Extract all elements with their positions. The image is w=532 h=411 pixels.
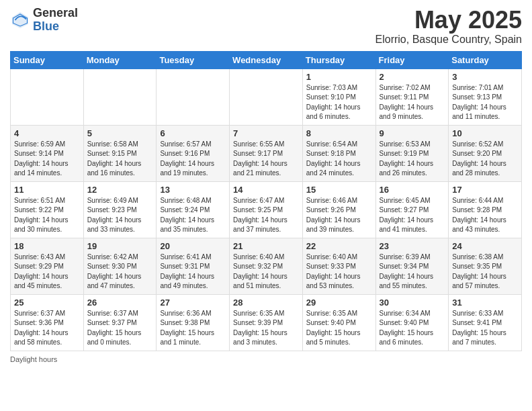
day-info: Sunrise: 6:44 AM Sunset: 9:28 PM Dayligh…	[452, 196, 518, 235]
calendar-cell-1-4: 8Sunrise: 6:54 AM Sunset: 9:18 PM Daylig…	[302, 125, 375, 181]
day-info: Sunrise: 6:43 AM Sunset: 9:29 PM Dayligh…	[14, 253, 80, 291]
calendar-cell-0-2	[157, 68, 230, 125]
day-number: 10	[452, 128, 518, 138]
day-info: Sunrise: 6:54 AM Sunset: 9:18 PM Dayligh…	[306, 140, 372, 179]
day-number: 8	[306, 128, 372, 138]
logo-blue-text: Blue	[33, 20, 78, 34]
day-number: 5	[87, 128, 153, 138]
day-info: Sunrise: 6:40 AM Sunset: 9:33 PM Dayligh…	[306, 253, 372, 291]
calendar-cell-1-1: 5Sunrise: 6:58 AM Sunset: 9:15 PM Daylig…	[83, 125, 157, 181]
day-number: 3	[452, 72, 518, 82]
week-row-2: 4Sunrise: 6:59 AM Sunset: 9:14 PM Daylig…	[11, 125, 522, 181]
day-number: 21	[233, 241, 299, 251]
day-info: Sunrise: 6:41 AM Sunset: 9:31 PM Dayligh…	[160, 253, 226, 291]
day-info: Sunrise: 6:33 AM Sunset: 9:41 PM Dayligh…	[452, 309, 518, 348]
day-number: 11	[14, 185, 80, 195]
calendar-cell-4-4: 29Sunrise: 6:35 AM Sunset: 9:40 PM Dayli…	[302, 294, 375, 351]
day-number: 6	[160, 128, 226, 138]
weekday-header-tuesday: Tuesday	[157, 51, 230, 68]
weekday-header-friday: Friday	[375, 51, 449, 68]
month-title: May 2025	[375, 7, 522, 34]
calendar-cell-4-0: 25Sunrise: 6:37 AM Sunset: 9:36 PM Dayli…	[11, 294, 84, 351]
calendar-cell-0-1	[83, 68, 157, 125]
calendar-cell-2-0: 11Sunrise: 6:51 AM Sunset: 9:22 PM Dayli…	[11, 181, 84, 238]
day-info: Sunrise: 6:37 AM Sunset: 9:36 PM Dayligh…	[14, 309, 80, 348]
day-number: 2	[380, 72, 445, 82]
calendar-cell-1-0: 4Sunrise: 6:59 AM Sunset: 9:14 PM Daylig…	[11, 125, 84, 181]
calendar-cell-2-3: 14Sunrise: 6:47 AM Sunset: 9:25 PM Dayli…	[230, 181, 303, 238]
calendar-cell-4-5: 30Sunrise: 6:34 AM Sunset: 9:40 PM Dayli…	[375, 294, 449, 351]
calendar-cell-3-2: 20Sunrise: 6:41 AM Sunset: 9:31 PM Dayli…	[157, 238, 230, 294]
day-info: Sunrise: 6:59 AM Sunset: 9:14 PM Dayligh…	[14, 140, 80, 179]
day-number: 9	[380, 128, 445, 138]
week-row-5: 25Sunrise: 6:37 AM Sunset: 9:36 PM Dayli…	[11, 294, 522, 351]
weekday-header-row: SundayMondayTuesdayWednesdayThursdayFrid…	[11, 51, 522, 68]
calendar-cell-3-0: 18Sunrise: 6:43 AM Sunset: 9:29 PM Dayli…	[11, 238, 84, 294]
calendar-cell-4-3: 28Sunrise: 6:35 AM Sunset: 9:39 PM Dayli…	[230, 294, 303, 351]
calendar-cell-4-6: 31Sunrise: 6:33 AM Sunset: 9:41 PM Dayli…	[449, 294, 522, 351]
weekday-header-wednesday: Wednesday	[230, 51, 303, 68]
day-number: 20	[160, 241, 226, 251]
calendar-cell-2-1: 12Sunrise: 6:49 AM Sunset: 9:23 PM Dayli…	[83, 181, 157, 238]
calendar-cell-2-2: 13Sunrise: 6:48 AM Sunset: 9:24 PM Dayli…	[157, 181, 230, 238]
calendar-cell-4-1: 26Sunrise: 6:37 AM Sunset: 9:37 PM Dayli…	[83, 294, 157, 351]
day-info: Sunrise: 6:48 AM Sunset: 9:24 PM Dayligh…	[160, 196, 226, 235]
day-number: 18	[14, 241, 80, 251]
day-number: 15	[306, 185, 372, 195]
day-info: Sunrise: 6:39 AM Sunset: 9:34 PM Dayligh…	[380, 253, 445, 291]
day-info: Sunrise: 7:01 AM Sunset: 9:13 PM Dayligh…	[452, 83, 518, 122]
day-number: 27	[160, 298, 226, 308]
day-info: Sunrise: 6:35 AM Sunset: 9:40 PM Dayligh…	[306, 309, 372, 348]
title-block: May 2025 Elorrio, Basque Country, Spain	[375, 7, 522, 46]
day-info: Sunrise: 6:47 AM Sunset: 9:25 PM Dayligh…	[233, 196, 299, 235]
day-info: Sunrise: 6:36 AM Sunset: 9:38 PM Dayligh…	[160, 309, 226, 348]
day-info: Sunrise: 6:40 AM Sunset: 9:32 PM Dayligh…	[233, 253, 299, 291]
calendar-cell-1-3: 7Sunrise: 6:55 AM Sunset: 9:17 PM Daylig…	[230, 125, 303, 181]
day-info: Sunrise: 7:02 AM Sunset: 9:11 PM Dayligh…	[380, 83, 445, 122]
calendar-cell-2-6: 17Sunrise: 6:44 AM Sunset: 9:28 PM Dayli…	[449, 181, 522, 238]
calendar-cell-0-5: 2Sunrise: 7:02 AM Sunset: 9:11 PM Daylig…	[375, 68, 449, 125]
day-number: 14	[233, 185, 299, 195]
day-number: 28	[233, 298, 299, 308]
header: General Blue May 2025 Elorrio, Basque Co…	[10, 7, 522, 46]
weekday-header-thursday: Thursday	[302, 51, 375, 68]
day-number: 30	[380, 298, 445, 308]
calendar-cell-3-3: 21Sunrise: 6:40 AM Sunset: 9:32 PM Dayli…	[230, 238, 303, 294]
day-number: 22	[306, 241, 372, 251]
day-number: 25	[14, 298, 80, 308]
day-info: Sunrise: 6:49 AM Sunset: 9:23 PM Dayligh…	[87, 196, 153, 235]
calendar-cell-2-4: 15Sunrise: 6:46 AM Sunset: 9:26 PM Dayli…	[302, 181, 375, 238]
day-info: Sunrise: 6:52 AM Sunset: 9:20 PM Dayligh…	[452, 140, 518, 179]
logo-text: General Blue	[33, 7, 78, 34]
weekday-header-saturday: Saturday	[449, 51, 522, 68]
calendar-cell-0-3	[230, 68, 303, 125]
day-number: 31	[452, 298, 518, 308]
day-info: Sunrise: 6:53 AM Sunset: 9:19 PM Dayligh…	[380, 140, 445, 179]
day-number: 29	[306, 298, 372, 308]
day-number: 16	[380, 185, 445, 195]
day-info: Sunrise: 6:51 AM Sunset: 9:22 PM Dayligh…	[14, 196, 80, 235]
footer-note: Daylight hours	[10, 355, 522, 363]
day-info: Sunrise: 6:58 AM Sunset: 9:15 PM Dayligh…	[87, 140, 153, 179]
day-number: 4	[14, 128, 80, 138]
weekday-header-sunday: Sunday	[11, 51, 84, 68]
week-row-4: 18Sunrise: 6:43 AM Sunset: 9:29 PM Dayli…	[11, 238, 522, 294]
calendar-cell-1-5: 9Sunrise: 6:53 AM Sunset: 9:19 PM Daylig…	[375, 125, 449, 181]
day-info: Sunrise: 6:38 AM Sunset: 9:35 PM Dayligh…	[452, 253, 518, 291]
day-number: 24	[452, 241, 518, 251]
calendar-cell-3-5: 23Sunrise: 6:39 AM Sunset: 9:34 PM Dayli…	[375, 238, 449, 294]
week-row-1: 1Sunrise: 7:03 AM Sunset: 9:10 PM Daylig…	[11, 68, 522, 125]
week-row-3: 11Sunrise: 6:51 AM Sunset: 9:22 PM Dayli…	[11, 181, 522, 238]
calendar-cell-1-6: 10Sunrise: 6:52 AM Sunset: 9:20 PM Dayli…	[449, 125, 522, 181]
day-number: 13	[160, 185, 226, 195]
logo: General Blue	[10, 7, 78, 34]
day-number: 26	[87, 298, 153, 308]
day-info: Sunrise: 6:46 AM Sunset: 9:26 PM Dayligh…	[306, 196, 372, 235]
calendar-cell-2-5: 16Sunrise: 6:45 AM Sunset: 9:27 PM Dayli…	[375, 181, 449, 238]
day-info: Sunrise: 7:03 AM Sunset: 9:10 PM Dayligh…	[306, 83, 372, 122]
logo-icon	[10, 10, 30, 30]
calendar-cell-0-6: 3Sunrise: 7:01 AM Sunset: 9:13 PM Daylig…	[449, 68, 522, 125]
weekday-header-monday: Monday	[83, 51, 157, 68]
day-info: Sunrise: 6:35 AM Sunset: 9:39 PM Dayligh…	[233, 309, 299, 348]
day-number: 19	[87, 241, 153, 251]
